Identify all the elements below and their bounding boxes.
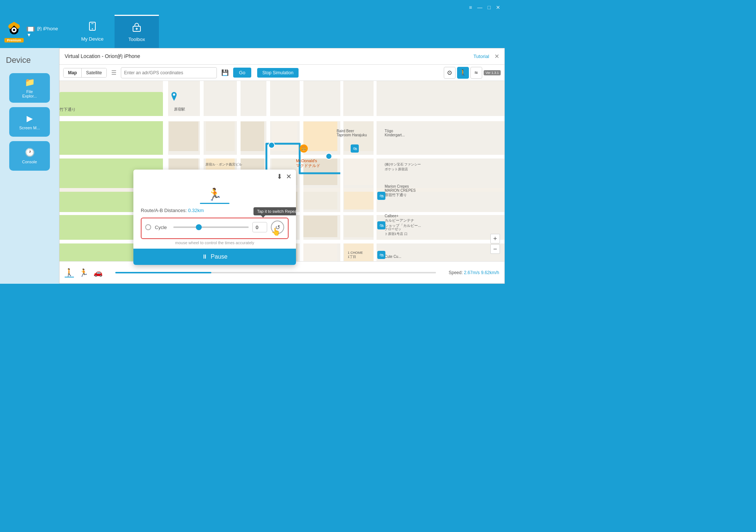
sidebar-item-console[interactable]: 🕐 Console (9, 141, 50, 171)
locate-icon-btn[interactable]: ⊙ (444, 67, 456, 79)
repeat-mode-btn[interactable]: ↺ Tap it to switch Repeat Mode 👆 (271, 221, 284, 234)
map-label-baird: Baird BeerTaproom Harajuku (337, 129, 367, 137)
block4 (272, 122, 297, 151)
svg-point-11 (173, 93, 175, 96)
float-panel-close-btn[interactable]: ✕ (286, 173, 292, 181)
vl-title: Virtual Location - Orion的 iPhone (65, 53, 140, 60)
walk-icon-btn[interactable]: 🚶 (457, 67, 469, 79)
cycle-slider[interactable] (173, 226, 249, 228)
vl-close-btn[interactable]: ✕ (494, 53, 499, 60)
map-label-takeshita: 竹下通り (59, 107, 76, 112)
block3 (241, 122, 264, 151)
save-icon[interactable]: 💾 (220, 68, 230, 78)
map-background: 竹下通り 原宿駅 McDonald'sマクドナルド Baird BeerTapr… (59, 81, 504, 283)
device-heading: Device (0, 55, 31, 65)
close-btn[interactable]: ✕ (496, 4, 500, 10)
download-icon[interactable]: ⬇ (277, 173, 282, 181)
map-area: 竹下通り 原宿駅 McDonald'sマクドナルド Baird BeerTapr… (59, 81, 504, 283)
virtual-location-window: Virtual Location - Orion的 iPhone Tutoria… (59, 48, 505, 284)
street-h1 (59, 116, 504, 121)
title-bar-controls: ≡ — □ ✕ (469, 4, 500, 10)
svg-point-3 (13, 29, 15, 31)
cycle-label: Cycle (155, 225, 170, 230)
maximize-btn[interactable]: □ (488, 4, 491, 10)
sidebar-item-console-label: Console (22, 160, 37, 164)
zoom-out-btn[interactable]: − (490, 244, 500, 254)
tab-my-device[interactable]: My Device (70, 15, 115, 48)
map-label-closet: クローゼット原宿1号店 口 (385, 227, 408, 236)
device-selector[interactable]: ██ 的 iPhone ▼ (27, 25, 59, 38)
pause-icon: ⏸ (202, 253, 208, 260)
cursor-hand-icon: 👆 (271, 227, 280, 236)
main-content: Device 📁 FileExplor... ▶ Screen M... 🕐 C… (0, 48, 505, 284)
tab-toolbox[interactable]: Toolbox (115, 15, 159, 48)
list-icon: ☰ (111, 69, 116, 76)
stop-simulation-btn[interactable]: Stop Simulation (257, 68, 299, 78)
block12 (344, 158, 374, 185)
map-blue-dot1 (326, 153, 332, 160)
logo-icon: Premium (4, 22, 24, 41)
cycle-radio[interactable] (145, 224, 151, 230)
bag-icon1: 🛍 (351, 144, 359, 153)
map-label-chome: 1 CHOME1丁目 (348, 251, 363, 259)
distance-value: 0.32km (188, 208, 204, 213)
menu-icon[interactable]: ≡ (469, 4, 472, 10)
version-badge: Ver 1.3.1 (484, 70, 501, 75)
vl-title-right: Tutorial ✕ (473, 53, 499, 60)
screen-mirror-icon: ▶ (27, 114, 33, 123)
premium-badge: Premium (4, 38, 24, 42)
walk-speed-icon[interactable]: 🚶 (65, 268, 74, 277)
map-label-marion: Marion CrepesMARION CREPES原宿竹下通り (385, 184, 416, 198)
toolbox-icon (132, 22, 142, 34)
map-blue-dot2 (268, 142, 275, 149)
mode-icon-area: 🏃 (141, 187, 289, 201)
bag-icon3: 🛍 (377, 221, 385, 229)
sidebar-item-screen-mirror[interactable]: ▶ Screen M... (9, 107, 50, 137)
mode-underline (200, 203, 229, 204)
street-v6 (340, 81, 343, 283)
logo-area: Premium ██ 的 iPhone ▼ (0, 22, 59, 41)
map-pin-harajuku-sta (170, 92, 178, 101)
block2 (206, 122, 235, 151)
car-speed-icon[interactable]: 🚗 (93, 268, 103, 277)
street-v7 (374, 81, 377, 283)
float-panel-header: ⬇ ✕ (133, 170, 296, 184)
minimize-btn[interactable]: — (477, 4, 483, 10)
vl-title-bar: Virtual Location - Orion的 iPhone Tutoria… (59, 48, 504, 65)
app-header: Premium ██ 的 iPhone ▼ My Device (0, 15, 505, 48)
cycle-count-input[interactable] (252, 222, 267, 232)
block23 (303, 216, 337, 237)
float-panel: ⬇ ✕ 🏃 Route/A-B Distances: 0.32km (133, 170, 296, 265)
coord-input[interactable] (121, 67, 217, 78)
map-label-omotesando1: 原宿ル・ポンテ義宮ビル (205, 162, 242, 167)
block5 (303, 122, 337, 151)
sidebar-item-file-explorer[interactable]: 📁 FileExplor... (9, 73, 50, 103)
map-label-sanboishi: (株)サン宝石 ファンシーポケット原宿店 (385, 162, 421, 172)
tab-toolbox-label: Toolbox (129, 37, 145, 42)
tutorial-link[interactable]: Tutorial (473, 54, 489, 59)
zoom-in-btn[interactable]: + (490, 234, 500, 243)
mcdonalds-icon: 🍔 (300, 144, 308, 153)
map-label-harajuku-sta: 原宿駅 (174, 107, 185, 112)
pause-button[interactable]: ⏸ Pause (133, 249, 296, 265)
satellite-view-btn[interactable]: Satellite (81, 68, 106, 77)
pause-label: Pause (211, 253, 227, 260)
console-icon: 🕐 (25, 148, 35, 157)
map-view-toggle: Map Satellite (63, 68, 107, 78)
sidebar-item-file-label: FileExplor... (22, 89, 37, 98)
bag-icon2: 🛍 (377, 192, 385, 200)
tab-my-device-label: My Device (81, 36, 104, 42)
run-speed-icon[interactable]: 🏃 (79, 268, 88, 277)
map-view-btn[interactable]: Map (64, 68, 81, 77)
sidebar: Device 📁 FileExplor... ▶ Screen M... 🕐 C… (0, 48, 59, 284)
cycle-slider-thumb (196, 224, 202, 230)
go-button[interactable]: Go (233, 68, 251, 78)
map-label-calbee: Calbee+カルビーアンテナショップ「カルビー... (385, 214, 421, 228)
street-h2 (59, 155, 504, 158)
map-toolbar: Map Satellite ☰ 💾 Go Stop Simulation ⊙ 🚶… (59, 65, 504, 81)
map-label-togo: TōgoKindergart... (385, 129, 405, 137)
wave-icon-btn[interactable]: ≈ (470, 67, 482, 79)
block17 (303, 192, 337, 209)
map-label-mcdonalds: McDonald'sマクドナルド (296, 158, 320, 168)
speed-value: 2.67m/s 9.62km/h (464, 270, 499, 275)
